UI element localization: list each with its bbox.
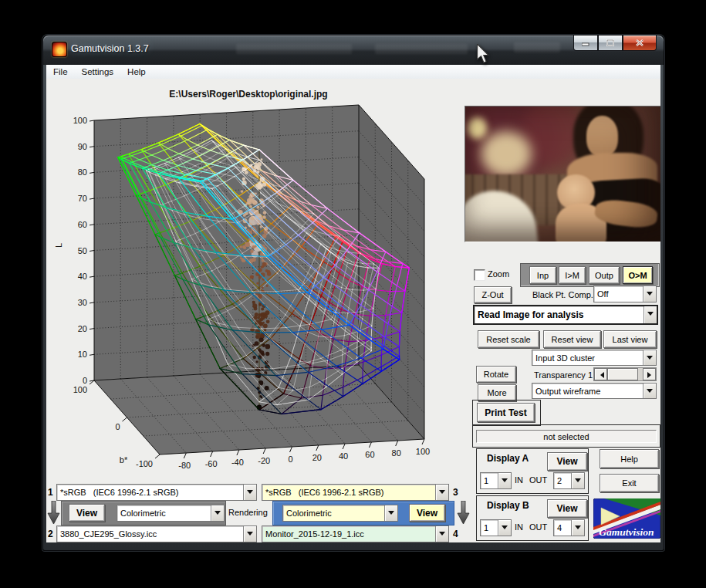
svg-text:100: 100 — [73, 385, 87, 394]
display-content-select[interactable]: Input 3D cluster — [532, 350, 657, 366]
photo-thumbnail — [464, 106, 660, 242]
dropdown-arrow-icon[interactable] — [643, 384, 656, 398]
selection-status: not selected — [476, 430, 657, 443]
input-gamut-button[interactable]: Inp — [529, 266, 556, 284]
display-a-out-select[interactable]: 2 — [553, 472, 585, 489]
slider-right-arrow-icon[interactable] — [643, 368, 656, 380]
black-pt-comp-label: Black Pt. Comp. — [532, 290, 593, 299]
maximize-icon — [606, 39, 615, 47]
dropdown-arrow-icon[interactable] — [243, 526, 256, 542]
wireframe-mode-select[interactable]: Output wireframe — [532, 383, 657, 399]
titlebar-ghost-reflection — [236, 44, 352, 54]
view-left-button[interactable]: View — [69, 504, 105, 522]
dropdown-arrow-icon[interactable] — [243, 485, 256, 500]
view-right-button[interactable]: View — [409, 504, 445, 522]
gamut-3d-plot[interactable]: 01020304050607080901001000-100-80-60-40-… — [46, 82, 464, 483]
mouse-cursor — [475, 44, 491, 64]
display-a-view-button[interactable]: View — [547, 452, 587, 471]
svg-text:60: 60 — [78, 220, 87, 229]
dropdown-arrow-icon[interactable] — [571, 473, 584, 488]
window-title: Gamutvision 1.3.7 — [71, 43, 149, 54]
client-area: 01020304050607080901001000-100-80-60-40-… — [46, 79, 660, 542]
display-a-in-select[interactable]: 1 — [480, 472, 512, 489]
svg-text:E:\Users\Roger\Desktop\origina: E:\Users\Roger\Desktop\original.jpg — [169, 89, 327, 100]
profile2-select[interactable]: 3880_CJE295_Glossy.icc — [56, 525, 257, 542]
output-to-monitor-button[interactable]: O>M — [623, 266, 653, 284]
reset-scale-button[interactable]: Reset scale — [478, 330, 539, 348]
svg-text:0: 0 — [288, 455, 292, 464]
svg-text:-60: -60 — [205, 459, 218, 468]
display-a-title: Display A — [487, 453, 529, 464]
dropdown-arrow-icon[interactable] — [643, 286, 656, 302]
display-b-view-button[interactable]: View — [547, 499, 587, 518]
last-view-button[interactable]: Last view — [603, 330, 657, 348]
svg-text:20: 20 — [312, 453, 322, 462]
gamutvision-window: Gamutvision 1.3.7 File Settings Help 010… — [42, 35, 664, 551]
exit-button[interactable]: Exit — [600, 474, 659, 492]
svg-text:Gamutvision: Gamutvision — [599, 526, 654, 538]
svg-text:70: 70 — [78, 194, 87, 203]
slot1-number: 1 — [48, 487, 53, 498]
dropdown-arrow-icon[interactable] — [498, 520, 511, 536]
rotate-button[interactable]: Rotate — [476, 366, 516, 383]
svg-text:80: 80 — [392, 448, 401, 458]
maximize-button[interactable] — [598, 35, 623, 51]
svg-text:60: 60 — [365, 450, 374, 459]
reset-view-button[interactable]: Reset view — [543, 330, 601, 348]
profile4-select[interactable]: Monitor_2015-12-19_1.icc — [262, 525, 449, 542]
dropdown-arrow-icon[interactable] — [211, 505, 224, 521]
black-pt-comp-select[interactable]: Off — [593, 286, 657, 302]
profile1-select[interactable]: *sRGB (IEC6 1996-2.1 sRGB) — [56, 484, 257, 501]
display-b-out-select[interactable]: 4 — [553, 519, 585, 536]
minimize-icon — [582, 39, 589, 46]
down-arrow-icon — [457, 501, 470, 525]
dropdown-arrow-icon[interactable] — [435, 485, 448, 500]
svg-text:L: L — [54, 243, 63, 248]
rendering-label: Rendering — [228, 508, 268, 517]
slot2-number: 2 — [48, 529, 53, 539]
svg-text:0: 0 — [115, 422, 120, 431]
dropdown-arrow-icon[interactable] — [435, 526, 448, 542]
slot3-number: 3 — [453, 487, 458, 498]
minimize-button[interactable] — [573, 35, 598, 51]
menu-settings[interactable]: Settings — [75, 65, 121, 79]
profile3-select[interactable]: *sRGB (IEC6 1996-2.1 sRGB) — [262, 484, 449, 501]
input-to-monitor-button[interactable]: I>M — [559, 266, 586, 284]
dropdown-arrow-icon[interactable] — [644, 306, 657, 323]
display-b-title: Display B — [487, 500, 529, 511]
output-gamut-button[interactable]: Outp — [589, 266, 620, 284]
dropdown-arrow-icon[interactable] — [498, 473, 511, 488]
title-bar[interactable]: Gamutvision 1.3.7 — [43, 35, 664, 65]
menu-help[interactable]: Help — [120, 65, 153, 79]
print-test-button[interactable]: Print Test — [477, 403, 535, 422]
rendering-intent-right-select[interactable]: Colorimetric — [282, 505, 398, 522]
svg-text:0: 0 — [83, 376, 87, 385]
titlebar-ghost-reflection — [514, 42, 560, 52]
dropdown-arrow-icon[interactable] — [643, 350, 656, 365]
zoom-checkbox[interactable] — [474, 269, 485, 281]
down-arrow-icon — [47, 501, 60, 525]
help-button[interactable]: Help — [600, 449, 659, 468]
transparency-label: Transparency 1 — [534, 370, 593, 380]
svg-text:10: 10 — [78, 350, 87, 359]
display-b-in-select[interactable]: 1 — [480, 519, 512, 536]
svg-text:80: 80 — [78, 167, 87, 177]
slot4-number: 4 — [453, 529, 458, 539]
slider-thumb[interactable] — [607, 368, 638, 380]
rendering-intent-left-select[interactable]: Colorimetric — [117, 505, 225, 522]
app-icon[interactable] — [52, 42, 67, 57]
z-out-button[interactable]: Z-Out — [474, 286, 512, 303]
dropdown-arrow-icon[interactable] — [571, 520, 584, 536]
menu-file[interactable]: File — [46, 65, 75, 79]
svg-text:40: 40 — [339, 451, 348, 461]
slider-left-arrow-icon[interactable] — [594, 368, 607, 380]
analysis-mode-select[interactable]: Read Image for analysis — [473, 305, 658, 325]
zoom-checkbox-label: Zoom — [488, 269, 509, 279]
svg-text:100: 100 — [416, 447, 430, 456]
close-button[interactable] — [623, 35, 657, 51]
dropdown-arrow-icon[interactable] — [384, 505, 397, 521]
svg-text:-80: -80 — [178, 461, 191, 470]
transparency-slider[interactable] — [593, 367, 657, 381]
titlebar-ghost-reflection — [375, 44, 468, 54]
more-button[interactable]: More — [478, 384, 516, 401]
